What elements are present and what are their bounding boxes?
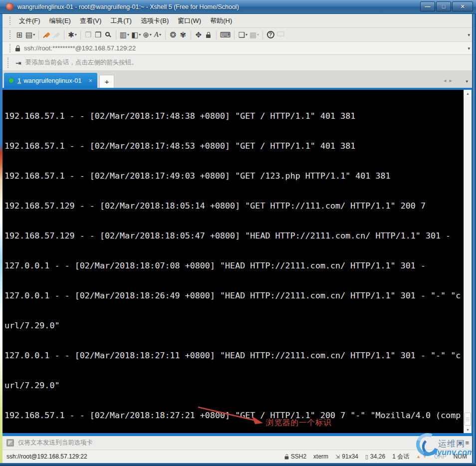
- duplicate-session-icon: ❐: [83, 29, 93, 40]
- add-session-arrow-icon[interactable]: ⇥: [15, 59, 21, 67]
- terminal-scrollbar[interactable]: ▲ ▼: [464, 90, 472, 433]
- feedback-icon: [275, 29, 285, 40]
- info-bar: ⇥ 要添加当前会话，点击左侧的箭头按钮。: [2, 55, 472, 71]
- tool-bar: ⊞ ▤▾ ✱▾ ❐ ❒ ▥▾ ◧▾ ⊕▾ A▾ ❂ ✾ ✥ ⌨ ❏▾ ▦▾ ? …: [2, 28, 472, 42]
- print-icon[interactable]: ▥▾: [119, 29, 130, 40]
- tab-index: 1: [17, 77, 21, 84]
- menu-file[interactable]: 文件(F): [14, 14, 45, 27]
- virtual-keyboard-icon[interactable]: ⌨: [219, 29, 232, 40]
- info-bar-text: 要添加当前会话，点击左侧的箭头按钮。: [25, 58, 138, 67]
- cursor-position-icon: ▯: [365, 454, 368, 460]
- toolbar-overflow-icon[interactable]: ▾: [468, 32, 470, 37]
- toolbar-grip[interactable]: [9, 44, 10, 52]
- window-border-right: [472, 14, 476, 463]
- menu-bar: 文件(F) 编辑(E) 查看(V) 工具(T) 选项卡(B) 窗口(W) 帮助(…: [2, 14, 472, 28]
- tab-close-icon[interactable]: ×: [89, 77, 93, 84]
- connect-icon[interactable]: [41, 29, 51, 40]
- terminal-line: 127.0.0.1 - - [02/Mar/2018:18:07:08 +080…: [4, 260, 461, 270]
- new-session-icon[interactable]: ⊞: [14, 29, 24, 40]
- window-border-bottom: [0, 463, 476, 466]
- status-terminal-type: xterm: [313, 453, 328, 460]
- help-icon[interactable]: ?: [265, 29, 275, 40]
- new-tab-button[interactable]: +: [99, 75, 114, 88]
- xshell-window: wangruifenglinux-01 - root@wangruifeng-0…: [0, 0, 476, 466]
- scroll-up-icon[interactable]: ▲: [464, 90, 472, 97]
- toolbar-grip[interactable]: [7, 57, 8, 67]
- session-properties-icon[interactable]: ✱▾: [67, 29, 78, 40]
- upload-arrow-icon: ▲: [416, 454, 421, 459]
- status-session-url: ssh://root@192.168.57.129:22: [6, 453, 87, 460]
- tab-list-dropdown-icon[interactable]: ▾: [466, 79, 468, 84]
- font-icon[interactable]: A▾: [153, 29, 163, 40]
- minimize-button[interactable]: —: [420, 1, 435, 11]
- xftp-transfer-icon[interactable]: ✾: [178, 29, 188, 40]
- terminal-line: 192.168.57.1 - - [02/Mar/2018:17:48:38 +…: [4, 111, 461, 121]
- compose-menu-icon[interactable]: ≡: [465, 439, 469, 447]
- terminal-line: 192.168.57.129 - - [02/Mar/2018:18:05:14…: [4, 201, 461, 211]
- caps-lock-indicator: CAP: [434, 453, 447, 460]
- status-cursor-position: 34,26: [370, 453, 385, 460]
- terminal-line: 192.168.57.1 - - [02/Mar/2018:17:49:03 +…: [4, 171, 461, 181]
- xshell-app-icon: [6, 3, 13, 10]
- terminal-text: 192.168.57.1 - - [02/Mar/2018:17:48:38 +…: [4, 91, 461, 433]
- num-lock-indicator: NUM: [454, 453, 467, 460]
- annotation-text: 浏览器的一个标识: [266, 418, 332, 428]
- menu-edit[interactable]: 编辑(E): [45, 14, 75, 27]
- tab-label: wangruifenglinux-01: [23, 77, 81, 84]
- open-session-icon[interactable]: ▤▾: [24, 29, 36, 40]
- address-input[interactable]: ssh://root:*********@192.168.57.129:22: [24, 44, 136, 52]
- tile-windows-icon: ▦▾: [248, 29, 260, 40]
- web-browser-icon[interactable]: ⊕▾: [142, 29, 153, 40]
- window-border-left: [0, 14, 2, 463]
- tab-bar: 1 wangruifenglinux-01 × + ◂▸ ▾: [2, 71, 472, 88]
- tab-scroll-arrows[interactable]: ◂▸: [444, 77, 455, 84]
- menu-help[interactable]: 帮助(H): [206, 14, 237, 27]
- terminal-line: 192.168.57.1 - - [02/Mar/2018:18:27:21 +…: [4, 410, 461, 420]
- compose-bar: 仅将文本发送到当前选项卡 ▾ ≡: [2, 436, 472, 450]
- toolbar-grip[interactable]: [9, 16, 10, 25]
- send-text-icon[interactable]: [6, 439, 14, 447]
- menu-window[interactable]: 窗口(W): [173, 14, 206, 27]
- terminal-line: 127.0.0.1 - - [02/Mar/2018:18:26:49 +080…: [4, 290, 461, 300]
- terminal-line: 127.0.0.1 - - [02/Mar/2018:18:27:11 +080…: [4, 350, 461, 360]
- terminal-frame: 192.168.57.1 - - [02/Mar/2018:17:48:38 +…: [2, 88, 472, 436]
- terminal-line: 192.168.57.129 - - [02/Mar/2018:18:05:47…: [4, 231, 461, 240]
- menu-view[interactable]: 查看(V): [75, 14, 106, 27]
- maximize-button[interactable]: □: [436, 1, 451, 11]
- fullscreen-icon[interactable]: ✥: [194, 29, 204, 40]
- toolbar-grip[interactable]: [9, 30, 10, 39]
- title-bar: wangruifenglinux-01 - root@wangruifeng-0…: [0, 0, 476, 14]
- terminal-line: 192.168.57.1 - - [02/Mar/2018:17:48:53 +…: [4, 141, 461, 151]
- paste-icon[interactable]: ❒: [93, 29, 103, 40]
- address-dropdown-icon[interactable]: ▾: [468, 46, 470, 51]
- address-lock-icon: [15, 48, 20, 51]
- address-bar: ssh://root:*********@192.168.57.129:22 ▾: [2, 42, 472, 55]
- arrange-icon[interactable]: ◧▾: [130, 29, 142, 40]
- close-button[interactable]: ✕: [452, 1, 473, 11]
- menu-tab[interactable]: 选项卡(B): [136, 14, 173, 27]
- compose-placeholder[interactable]: 仅将文本发送到当前选项卡: [18, 439, 93, 447]
- ssh-lock-icon: [284, 457, 288, 460]
- terminal-screen[interactable]: 192.168.57.1 - - [02/Mar/2018:17:48:38 +…: [2, 90, 464, 433]
- scrollbar-thumb[interactable]: [465, 413, 471, 426]
- new-terminal-icon[interactable]: ❏▾: [237, 29, 248, 40]
- compose-dropdown-icon[interactable]: ▾: [459, 441, 462, 446]
- lock-screen-icon[interactable]: [204, 29, 214, 40]
- status-protocol: SSH2: [291, 453, 306, 460]
- tab-session-1[interactable]: 1 wangruifenglinux-01 ×: [4, 73, 97, 88]
- status-bar: ssh://root@192.168.57.129:22 SSH2 xterm …: [2, 450, 472, 463]
- find-icon[interactable]: [103, 29, 113, 40]
- download-arrow-icon: ▼: [423, 454, 427, 459]
- scroll-down-icon[interactable]: ▼: [464, 426, 472, 433]
- disconnect-icon: [51, 29, 61, 40]
- resize-icon: ⇲: [335, 454, 340, 460]
- terminal-line: url/7.29.0": [4, 320, 461, 330]
- window-title: wangruifenglinux-01 - root@wangruifeng-0…: [17, 3, 239, 10]
- local-shell-icon[interactable]: ❂: [168, 29, 178, 40]
- status-session-count: 1 会话: [392, 453, 409, 461]
- terminal-line: url/7.29.0": [4, 380, 461, 390]
- menu-tools[interactable]: 工具(T): [106, 14, 136, 27]
- status-terminal-size: 91x34: [342, 453, 358, 460]
- connected-status-icon: [9, 78, 13, 83]
